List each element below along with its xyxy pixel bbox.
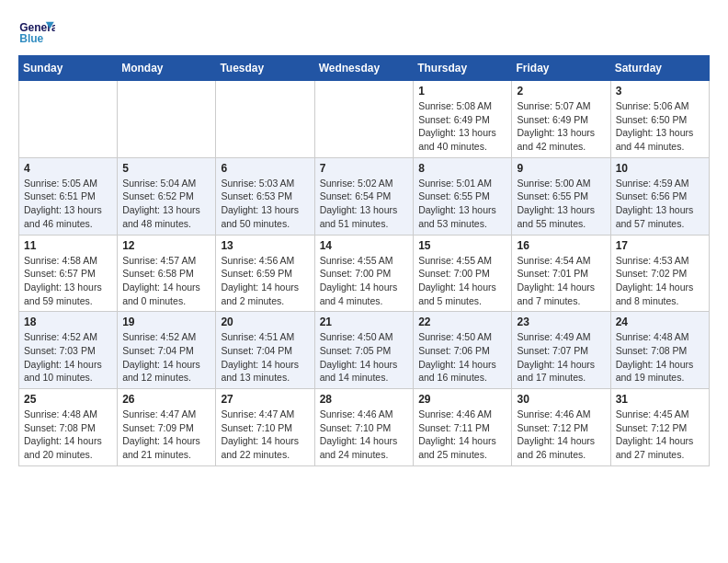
day-info: Sunrise: 4:49 AM Sunset: 7:07 PM Dayligh… (517, 330, 605, 385)
calendar-week-row: 11Sunrise: 4:58 AM Sunset: 6:57 PM Dayli… (19, 235, 710, 312)
logo-icon: General Blue (18, 18, 55, 46)
day-info: Sunrise: 4:45 AM Sunset: 7:12 PM Dayligh… (616, 408, 704, 462)
weekday-header-monday: Monday (118, 56, 216, 81)
day-info: Sunrise: 4:55 AM Sunset: 7:00 PM Dayligh… (320, 254, 409, 308)
weekday-header-tuesday: Tuesday (216, 56, 314, 81)
calendar-day-cell: 9Sunrise: 5:00 AM Sunset: 6:55 PM Daylig… (512, 157, 610, 235)
calendar-header-row: SundayMondayTuesdayWednesdayThursdayFrid… (19, 56, 710, 81)
calendar-day-cell: 23Sunrise: 4:49 AM Sunset: 7:07 PM Dayli… (512, 312, 610, 389)
calendar-day-cell: 22Sunrise: 4:50 AM Sunset: 7:06 PM Dayli… (414, 312, 512, 389)
day-number: 20 (221, 316, 309, 328)
logo: General Blue (18, 18, 55, 46)
svg-text:Blue: Blue (19, 32, 43, 45)
day-number: 1 (418, 85, 506, 98)
calendar-day-cell: 29Sunrise: 4:46 AM Sunset: 7:11 PM Dayli… (414, 389, 512, 466)
day-number: 29 (418, 393, 506, 406)
day-number: 7 (320, 162, 409, 175)
day-number: 19 (122, 316, 210, 328)
day-info: Sunrise: 5:05 AM Sunset: 6:51 PM Dayligh… (24, 177, 112, 231)
calendar-day-cell: 3Sunrise: 5:06 AM Sunset: 6:50 PM Daylig… (610, 81, 709, 158)
day-info: Sunrise: 4:52 AM Sunset: 7:04 PM Dayligh… (122, 330, 210, 385)
calendar-day-cell: 15Sunrise: 4:55 AM Sunset: 7:00 PM Dayli… (414, 235, 512, 312)
calendar-day-cell: 7Sunrise: 5:02 AM Sunset: 6:54 PM Daylig… (314, 157, 414, 235)
day-number: 14 (320, 239, 409, 252)
day-info: Sunrise: 4:50 AM Sunset: 7:05 PM Dayligh… (320, 330, 409, 385)
day-info: Sunrise: 4:53 AM Sunset: 7:02 PM Dayligh… (616, 254, 704, 308)
day-number: 30 (517, 393, 605, 406)
day-info: Sunrise: 5:08 AM Sunset: 6:49 PM Dayligh… (418, 99, 506, 154)
day-info: Sunrise: 4:59 AM Sunset: 6:56 PM Dayligh… (616, 177, 704, 231)
empty-day-cell (118, 81, 216, 158)
day-info: Sunrise: 4:48 AM Sunset: 7:08 PM Dayligh… (24, 408, 112, 462)
day-info: Sunrise: 4:52 AM Sunset: 7:03 PM Dayligh… (24, 330, 112, 385)
calendar-table: SundayMondayTuesdayWednesdayThursdayFrid… (18, 55, 710, 466)
empty-day-cell (314, 81, 414, 158)
day-number: 8 (418, 162, 506, 175)
calendar-day-cell: 27Sunrise: 4:47 AM Sunset: 7:10 PM Dayli… (216, 389, 314, 466)
calendar-day-cell: 12Sunrise: 4:57 AM Sunset: 6:58 PM Dayli… (118, 235, 216, 312)
weekday-header-saturday: Saturday (610, 56, 709, 81)
day-info: Sunrise: 4:48 AM Sunset: 7:08 PM Dayligh… (616, 330, 704, 385)
empty-day-cell (19, 81, 118, 158)
day-info: Sunrise: 4:47 AM Sunset: 7:09 PM Dayligh… (122, 408, 210, 462)
day-number: 18 (24, 316, 112, 328)
calendar-week-row: 18Sunrise: 4:52 AM Sunset: 7:03 PM Dayli… (19, 312, 710, 389)
day-info: Sunrise: 4:46 AM Sunset: 7:12 PM Dayligh… (517, 408, 605, 462)
calendar-week-row: 25Sunrise: 4:48 AM Sunset: 7:08 PM Dayli… (19, 389, 710, 466)
weekday-header-thursday: Thursday (414, 56, 512, 81)
day-info: Sunrise: 4:56 AM Sunset: 6:59 PM Dayligh… (221, 254, 309, 308)
empty-day-cell (216, 81, 314, 158)
calendar-day-cell: 8Sunrise: 5:01 AM Sunset: 6:55 PM Daylig… (414, 157, 512, 235)
day-info: Sunrise: 5:00 AM Sunset: 6:55 PM Dayligh… (517, 177, 605, 231)
day-info: Sunrise: 4:51 AM Sunset: 7:04 PM Dayligh… (221, 330, 309, 385)
day-info: Sunrise: 4:46 AM Sunset: 7:11 PM Dayligh… (418, 408, 506, 462)
day-number: 16 (517, 239, 605, 252)
day-info: Sunrise: 4:58 AM Sunset: 6:57 PM Dayligh… (24, 254, 112, 308)
day-info: Sunrise: 4:46 AM Sunset: 7:10 PM Dayligh… (320, 408, 409, 462)
calendar-day-cell: 20Sunrise: 4:51 AM Sunset: 7:04 PM Dayli… (216, 312, 314, 389)
day-number: 25 (24, 393, 112, 406)
day-info: Sunrise: 5:01 AM Sunset: 6:55 PM Dayligh… (418, 177, 506, 231)
day-number: 21 (320, 316, 409, 328)
day-info: Sunrise: 5:04 AM Sunset: 6:52 PM Dayligh… (122, 177, 210, 231)
day-number: 23 (517, 316, 605, 328)
weekday-header-wednesday: Wednesday (314, 56, 414, 81)
weekday-header-friday: Friday (512, 56, 610, 81)
day-number: 4 (24, 162, 112, 175)
calendar-day-cell: 16Sunrise: 4:54 AM Sunset: 7:01 PM Dayli… (512, 235, 610, 312)
day-info: Sunrise: 4:54 AM Sunset: 7:01 PM Dayligh… (517, 254, 605, 308)
day-number: 22 (418, 316, 506, 328)
calendar-day-cell: 21Sunrise: 4:50 AM Sunset: 7:05 PM Dayli… (314, 312, 414, 389)
weekday-header-sunday: Sunday (19, 56, 118, 81)
day-number: 15 (418, 239, 506, 252)
day-number: 2 (517, 85, 605, 98)
day-info: Sunrise: 4:55 AM Sunset: 7:00 PM Dayligh… (418, 254, 506, 308)
calendar-day-cell: 31Sunrise: 4:45 AM Sunset: 7:12 PM Dayli… (610, 389, 709, 466)
day-info: Sunrise: 4:50 AM Sunset: 7:06 PM Dayligh… (418, 330, 506, 385)
calendar-day-cell: 5Sunrise: 5:04 AM Sunset: 6:52 PM Daylig… (118, 157, 216, 235)
day-number: 24 (616, 316, 704, 328)
day-number: 31 (616, 393, 704, 406)
day-info: Sunrise: 5:06 AM Sunset: 6:50 PM Dayligh… (616, 99, 704, 154)
calendar-day-cell: 10Sunrise: 4:59 AM Sunset: 6:56 PM Dayli… (610, 157, 709, 235)
calendar-day-cell: 1Sunrise: 5:08 AM Sunset: 6:49 PM Daylig… (414, 81, 512, 158)
day-info: Sunrise: 5:07 AM Sunset: 6:49 PM Dayligh… (517, 99, 605, 154)
calendar-day-cell: 28Sunrise: 4:46 AM Sunset: 7:10 PM Dayli… (314, 389, 414, 466)
page-header: General Blue (18, 18, 710, 46)
calendar-day-cell: 19Sunrise: 4:52 AM Sunset: 7:04 PM Dayli… (118, 312, 216, 389)
calendar-day-cell: 17Sunrise: 4:53 AM Sunset: 7:02 PM Dayli… (610, 235, 709, 312)
calendar-day-cell: 18Sunrise: 4:52 AM Sunset: 7:03 PM Dayli… (19, 312, 118, 389)
day-info: Sunrise: 5:03 AM Sunset: 6:53 PM Dayligh… (221, 177, 309, 231)
day-number: 5 (122, 162, 210, 175)
day-number: 6 (221, 162, 309, 175)
calendar-day-cell: 30Sunrise: 4:46 AM Sunset: 7:12 PM Dayli… (512, 389, 610, 466)
calendar-day-cell: 11Sunrise: 4:58 AM Sunset: 6:57 PM Dayli… (19, 235, 118, 312)
day-info: Sunrise: 4:57 AM Sunset: 6:58 PM Dayligh… (122, 254, 210, 308)
day-info: Sunrise: 5:02 AM Sunset: 6:54 PM Dayligh… (320, 177, 409, 231)
day-number: 28 (320, 393, 409, 406)
day-number: 17 (616, 239, 704, 252)
day-number: 13 (221, 239, 309, 252)
day-info: Sunrise: 4:47 AM Sunset: 7:10 PM Dayligh… (221, 408, 309, 462)
day-number: 26 (122, 393, 210, 406)
calendar-day-cell: 24Sunrise: 4:48 AM Sunset: 7:08 PM Dayli… (610, 312, 709, 389)
